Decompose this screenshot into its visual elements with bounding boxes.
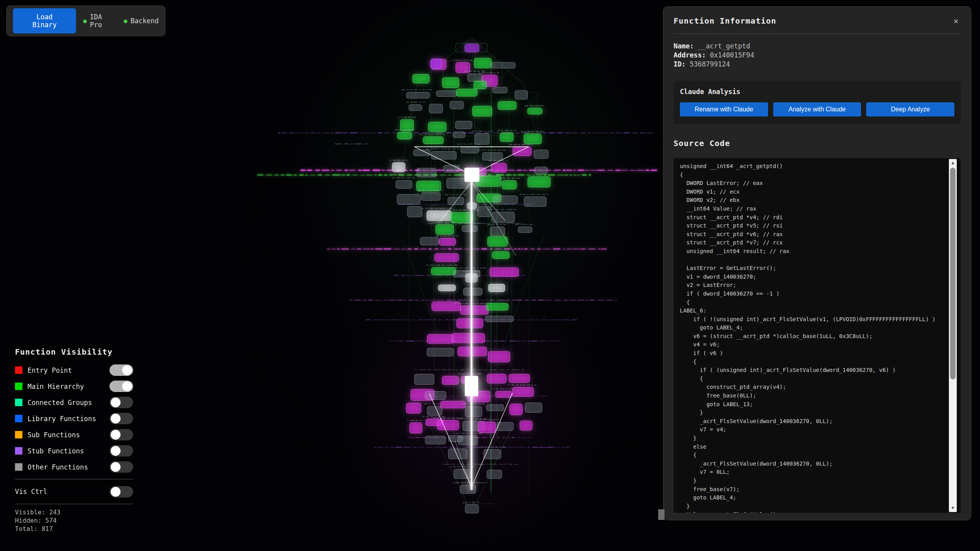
status-dot-icon: ● [124,18,127,24]
color-swatch [15,399,22,406]
load-binary-button[interactable]: Load Binary [13,8,76,33]
function-information-panel: Function Information ✕ Name: __acrt_getp… [663,6,971,520]
field-name: Name: __acrt_getptd [674,42,961,51]
scroll-down-icon[interactable]: ▼ [949,505,957,511]
stat-visible: Visible: 243 [15,508,133,516]
color-swatch [15,383,22,390]
toggle-main-hierarchy[interactable] [110,381,133,392]
function-fields: Name: __acrt_getptd Address: 0x140015F94… [674,42,961,69]
divider [15,504,133,504]
color-swatch [15,431,22,438]
claude-analysis-title: Claude Analysis [680,88,954,96]
toggle-knob [111,414,121,423]
visibility-row-label: Stub Functions [28,447,110,455]
visibility-row-label: Sub Functions [28,431,110,439]
visibility-row-library-functions: Library Functions [15,410,133,427]
status-indicator-label: IDA Pro [90,13,117,29]
visibility-row-sub-functions: Sub Functions [15,427,133,443]
panel-title: Function Information [674,16,951,26]
visibility-row-stub-functions: Stub Functions [15,443,133,459]
toggle-knob [111,487,121,497]
toggle-knob [111,430,121,440]
status-indicator-backend: ● Backend [124,17,159,25]
stat-hidden: Hidden: 574 [15,516,133,525]
toggle-knob [111,398,121,407]
code-scroll-thumb[interactable] [950,168,956,379]
source-code-viewer[interactable]: unsigned __int64 _acrt_getptd() { DWORD … [674,158,961,513]
code-scrollbar[interactable]: ▲ ▼ [949,159,957,512]
toggle-knob [122,365,132,375]
vis-ctrl-label: Vis Ctrl [15,488,110,496]
visibility-row-entry-point: Entry Point [15,362,133,378]
status-bar: Load Binary ● IDA Pro ● Backend [6,6,165,36]
visibility-row-other-functions: Other Functions [15,459,133,475]
toggle-vis-ctrl[interactable] [110,486,133,497]
toggle-knob [111,446,121,456]
color-swatch [15,447,22,455]
scroll-up-icon[interactable]: ▲ [949,160,957,166]
rename-with-claude-button[interactable]: Rename with Claude [680,102,768,116]
status-dot-icon: ● [83,18,87,24]
visibility-row-connected-groups: Connected Groups [15,394,133,410]
color-swatch [15,366,22,374]
divider [15,479,133,479]
panel-scroll-grip[interactable] [658,509,664,520]
field-address: Address: 0x140015F94 [674,51,961,60]
toggle-connected-groups[interactable] [110,397,133,408]
visibility-stats: Visible: 243 Hidden: 574 Total: 817 [15,508,133,533]
toggle-entry-point[interactable] [110,364,133,376]
source-code-title: Source Code [674,139,961,148]
visibility-panel-title: Function Visibility [15,347,133,357]
toggle-library-functions[interactable] [110,413,133,424]
analyze-with-claude-button[interactable]: Analyze with Claude [773,102,861,116]
source-code-text: unsigned __int64 _acrt_getptd() { DWORD … [674,158,961,513]
stat-total: Total: 817 [15,525,133,533]
status-indicator-label: Backend [130,17,159,25]
visibility-row-label: Main Hierarchy [28,383,110,390]
toggle-stub-functions[interactable] [110,445,133,457]
divider [674,33,961,34]
claude-analysis-section: Claude Analysis Rename with Claude Analy… [674,81,961,124]
visibility-row-label: Other Functions [28,463,110,471]
deep-analyze-button[interactable]: Deep Analyze [866,102,954,116]
close-icon[interactable]: ✕ [951,16,961,26]
visibility-row-main-hierarchy: Main Hierarchy [15,378,133,394]
toggle-knob [122,381,132,391]
field-id: ID: 5368799124 [674,60,961,69]
color-swatch [15,415,22,422]
vis-ctrl-row: Vis Ctrl [15,483,133,500]
toggle-knob [111,462,121,472]
status-indicator-ida: ● IDA Pro [83,13,117,29]
visibility-row-label: Library Functions [28,415,110,423]
color-swatch [15,463,22,471]
function-visibility-panel: Function Visibility Entry Point Main Hie… [15,347,133,533]
visibility-row-label: Entry Point [28,366,110,374]
toggle-other-functions[interactable] [110,461,133,473]
toggle-sub-functions[interactable] [110,429,133,440]
visibility-row-label: Connected Groups [28,399,110,407]
